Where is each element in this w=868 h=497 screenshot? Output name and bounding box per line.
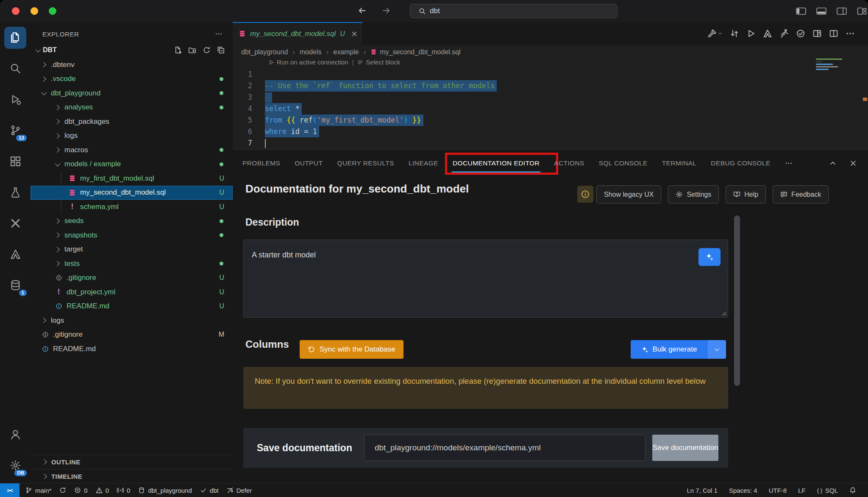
status-0[interactable]: 0 bbox=[96, 487, 109, 494]
tree-item-macros[interactable]: macros bbox=[31, 143, 233, 157]
status-utf-8[interactable]: UTF-8 bbox=[769, 487, 787, 494]
zoom-window-button[interactable] bbox=[49, 7, 56, 15]
panel-tab-documentation-editor[interactable]: DOCUMENTATION EDITOR bbox=[453, 159, 540, 167]
tree-item-schema-yml[interactable]: !schema.ymlU bbox=[31, 200, 233, 214]
status-ln-7-col-1[interactable]: Ln 7, Col 1 bbox=[687, 487, 718, 494]
code-editor[interactable]: 12-- Use the `ref` function to select fr… bbox=[233, 69, 868, 149]
tree-item-dbt-packages[interactable]: dbt_packages bbox=[31, 114, 233, 129]
tree-item-my-first-dbt-model-sql[interactable]: my_first_dbt_model.sqlU bbox=[31, 171, 233, 186]
status-lf[interactable]: LF bbox=[798, 487, 806, 494]
tree-item--gitignore[interactable]: .gitignoreM bbox=[31, 328, 233, 342]
status-sql[interactable]: { }SQL bbox=[817, 487, 838, 494]
panel-tab-lineage[interactable]: LINEAGE bbox=[409, 159, 438, 167]
status-dbt-playground[interactable]: dbt_playground bbox=[138, 487, 192, 494]
tree-item-tests[interactable]: tests bbox=[31, 257, 233, 271]
close-panel-icon[interactable] bbox=[849, 159, 857, 167]
toggle-secondary-sidebar-icon[interactable] bbox=[837, 7, 847, 15]
tree-item-my-second-dbt-model-sql[interactable]: my_second_dbt_model.sqlU bbox=[31, 186, 233, 200]
feedback-button[interactable]: Feedback bbox=[773, 185, 829, 204]
history-back-button[interactable] bbox=[357, 6, 367, 15]
refresh-icon[interactable] bbox=[203, 46, 211, 54]
build-hammer-button[interactable] bbox=[707, 29, 723, 38]
history-forward-button[interactable] bbox=[382, 6, 391, 15]
codelens-run-on-active-connection[interactable]: Run on active connection bbox=[268, 59, 348, 66]
status-0[interactable]: 0 bbox=[117, 487, 130, 494]
tree-item-readme-md[interactable]: README.md bbox=[31, 342, 233, 356]
minimize-window-button[interactable] bbox=[31, 7, 38, 15]
sidebar-section-outline[interactable]: OUTLINE bbox=[31, 455, 233, 469]
resize-handle[interactable] bbox=[722, 311, 726, 316]
tree-item--vscode[interactable]: .vscode bbox=[31, 72, 233, 87]
activity-item-accounts[interactable] bbox=[0, 419, 31, 450]
breadcrumb[interactable]: dbt_playground›models›example›my_second_… bbox=[233, 45, 868, 59]
info-icon-button[interactable] bbox=[577, 186, 593, 203]
breadcrumb-item[interactable]: models bbox=[300, 48, 322, 56]
tree-item-logs[interactable]: logs bbox=[31, 313, 233, 328]
tree-item--dbtenv[interactable]: .dbtenv bbox=[31, 58, 233, 72]
section-dbt[interactable]: DBT bbox=[31, 42, 233, 58]
activity-item-settings[interactable]: DB bbox=[0, 450, 31, 481]
tree-item-target[interactable]: target bbox=[31, 243, 233, 257]
panel-tab-debug-console[interactable]: DEBUG CONSOLE bbox=[711, 159, 770, 167]
new-folder-icon[interactable] bbox=[188, 46, 196, 54]
breadcrumb-item[interactable]: example bbox=[333, 48, 359, 56]
save-path-input[interactable]: dbt_playground://models/example/schema.y… bbox=[364, 435, 645, 461]
customize-layout-icon[interactable] bbox=[857, 7, 867, 15]
maximize-panel-icon[interactable] bbox=[829, 159, 837, 167]
status-bell[interactable] bbox=[849, 487, 856, 494]
codelens[interactable]: Run on active connection|Select block bbox=[268, 59, 400, 66]
sidebar-section-timeline[interactable]: TIMELINE bbox=[31, 469, 233, 483]
remote-indicator[interactable]: >< bbox=[0, 483, 19, 497]
sidebar-more-icon[interactable] bbox=[215, 30, 223, 38]
tree-item--gitignore[interactable]: .gitignoreU bbox=[31, 271, 233, 285]
panel-tab-query-results[interactable]: QUERY RESULTS bbox=[337, 159, 394, 167]
test-check-button[interactable] bbox=[796, 29, 805, 38]
status-spaces-4[interactable]: Spaces: 4 bbox=[729, 487, 757, 494]
activity-item-explorer[interactable] bbox=[0, 22, 31, 53]
minimap[interactable] bbox=[816, 59, 854, 71]
command-center-search[interactable]: dbt bbox=[410, 4, 618, 18]
sync-with-database-button[interactable]: Sync with the Database bbox=[300, 340, 403, 359]
new-file-icon[interactable] bbox=[174, 46, 182, 54]
bulk-generate-dropdown[interactable] bbox=[707, 340, 726, 359]
status-main-[interactable]: main* bbox=[25, 487, 51, 494]
save-documentation-button[interactable]: Save documentation bbox=[652, 435, 718, 461]
split-editor-button[interactable] bbox=[829, 29, 838, 38]
run-model-button[interactable] bbox=[746, 29, 756, 38]
panel-tab-sql-console[interactable]: SQL CONSOLE bbox=[599, 159, 648, 167]
bulk-generate-button[interactable]: Bulk generate bbox=[631, 340, 707, 359]
tree-item-dbt-playground[interactable]: dbt_playground bbox=[31, 86, 233, 101]
layout-columns-button[interactable] bbox=[812, 29, 822, 38]
close-window-button[interactable] bbox=[12, 7, 19, 15]
settings-button[interactable]: Settings bbox=[668, 185, 719, 204]
panel-tab-terminal[interactable]: TERMINAL bbox=[662, 159, 697, 167]
help-button[interactable]: Help bbox=[726, 185, 766, 204]
status-sync[interactable] bbox=[59, 487, 66, 494]
tree-item-analyses[interactable]: analyses bbox=[31, 101, 233, 115]
panel-tab-actions[interactable]: ACTIONS bbox=[554, 159, 584, 167]
tree-item-snapshots[interactable]: snapshots bbox=[31, 228, 233, 243]
tree-item-readme-md[interactable]: README.mdU bbox=[31, 299, 233, 314]
tree-item-logs[interactable]: logs bbox=[31, 129, 233, 143]
execute-runner-button[interactable] bbox=[779, 29, 789, 38]
breadcrumb-item[interactable]: my_second_dbt_model.sql bbox=[370, 48, 460, 56]
activity-item-testing[interactable] bbox=[0, 177, 31, 208]
toggle-primary-sidebar-icon[interactable] bbox=[796, 7, 806, 15]
panel-scrollbar[interactable] bbox=[734, 215, 740, 386]
close-tab-icon[interactable] bbox=[351, 31, 358, 37]
activity-item-dbt-power-user[interactable] bbox=[0, 208, 31, 239]
tab-my-second-dbt-model[interactable]: my_second_dbt_model.sql U bbox=[233, 22, 363, 45]
activity-item-extensions[interactable] bbox=[0, 146, 31, 177]
show-legacy-ux-button[interactable]: Show legacy UX bbox=[596, 185, 661, 204]
status-dbt[interactable]: dbt bbox=[200, 487, 219, 494]
altimate-button[interactable] bbox=[763, 29, 772, 38]
compare-changes-button[interactable] bbox=[730, 29, 739, 38]
activity-item-altimate[interactable] bbox=[0, 239, 31, 270]
panel-more-tabs-button[interactable] bbox=[785, 159, 793, 167]
activity-item-database[interactable]: 1 bbox=[0, 270, 31, 301]
breadcrumb-item[interactable]: dbt_playground bbox=[241, 48, 288, 56]
description-textarea[interactable]: A starter dbt model bbox=[243, 240, 728, 318]
tree-item-dbt-project-yml[interactable]: !dbt_project.ymlU bbox=[31, 285, 233, 299]
activity-item-source-control[interactable]: 13 bbox=[0, 115, 31, 146]
activity-item-search[interactable] bbox=[0, 53, 31, 84]
